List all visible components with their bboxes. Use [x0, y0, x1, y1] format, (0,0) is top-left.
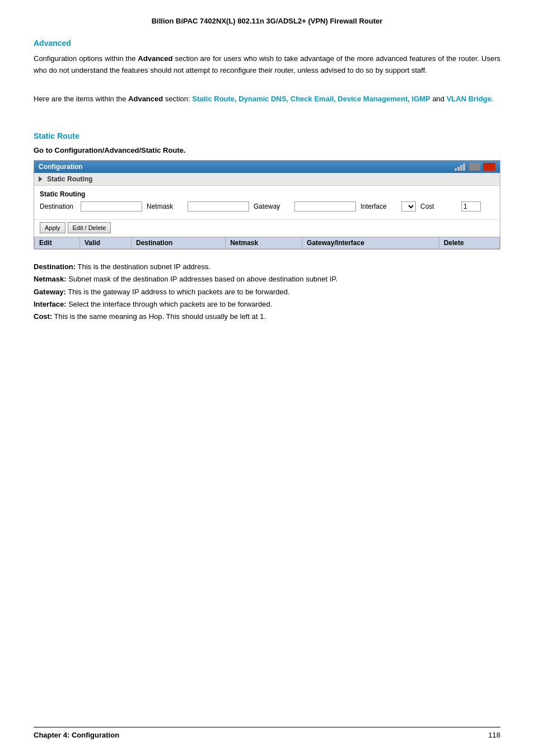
routing-table: Edit Valid Destination Netmask Gateway/I… — [34, 237, 500, 249]
edit-delete-button[interactable]: Edit / Delete — [68, 222, 111, 233]
advanced-title: Advanced — [34, 39, 500, 48]
desc-interface-term: Interface: — [34, 300, 67, 308]
config-header: Configuration — [34, 161, 500, 173]
form-row: Destination Netmask Gateway Interface Co… — [40, 201, 494, 212]
advanced-links-last[interactable]: VLAN Bridge. — [447, 95, 494, 103]
page-header: Billion BiPAC 7402NX(L) 802.11n 3G/ADSL2… — [34, 17, 500, 25]
cost-input[interactable]: 1 — [461, 201, 481, 212]
configuration-box: Configuration Static Routing — [34, 160, 500, 250]
destination-label: Destination — [40, 203, 76, 210]
static-routing-form: Static Routing Destination Netmask Gatew… — [34, 186, 500, 220]
col-netmask: Netmask — [226, 237, 302, 249]
gateway-input[interactable] — [294, 201, 356, 212]
desc-gateway: Gateway: This is the gateway IP address … — [34, 286, 500, 298]
config-header-icons — [455, 163, 495, 171]
header-title: Billion BiPAC 7402NX(L) 802.11n 3G/ADSL2… — [152, 17, 383, 25]
signal-icon — [455, 163, 465, 171]
desc-netmask: Netmask: Subnet mask of the destination … — [34, 273, 500, 285]
advanced-section: Advanced Configuration options within th… — [34, 39, 500, 105]
footer-page: 118 — [488, 731, 500, 739]
static-route-title: Static Route — [34, 132, 500, 140]
computer-icon — [469, 163, 480, 171]
config-header-label: Configuration — [39, 163, 83, 171]
descriptions-section: Destination: This is the destination sub… — [34, 261, 500, 322]
static-routing-label: Static Routing — [47, 175, 92, 183]
desc-cost: Cost: This is the same meaning as Hop. T… — [34, 311, 500, 323]
footer-chapter: Chapter 4: Configuration — [34, 731, 119, 739]
desc-netmask-term: Netmask: — [34, 275, 67, 283]
col-valid: Valid — [80, 237, 132, 249]
col-gateway-interface: Gateway/Interface — [302, 237, 439, 249]
desc-destination-term: Destination: — [34, 262, 76, 271]
table-header-row: Edit Valid Destination Netmask Gateway/I… — [35, 237, 500, 249]
cost-label: Cost — [420, 203, 457, 210]
desc-gateway-term: Gateway: — [34, 288, 66, 296]
toggle-arrow — [39, 176, 43, 182]
page-footer: Chapter 4: Configuration 118 — [34, 727, 500, 739]
button-row: Apply Edit / Delete — [34, 220, 500, 237]
static-route-section: Static Route Go to Configuration/Advance… — [34, 132, 500, 322]
desc-cost-term: Cost: — [34, 312, 52, 321]
destination-input[interactable] — [81, 201, 142, 212]
advanced-links[interactable]: Static Route, Dynamic DNS, Check Email, … — [192, 95, 430, 103]
netmask-input[interactable] — [188, 201, 249, 212]
netmask-label: Netmask — [147, 203, 183, 210]
red-icon — [483, 163, 495, 171]
col-destination: Destination — [131, 237, 225, 249]
apply-button[interactable]: Apply — [40, 222, 65, 233]
col-edit: Edit — [35, 237, 80, 249]
advanced-paragraph1: Configuration options within the Advance… — [34, 53, 500, 77]
desc-interface: Interface: Select the interface through … — [34, 298, 500, 311]
interface-select[interactable] — [401, 201, 416, 212]
advanced-paragraph2: Here are the items within the Advanced s… — [34, 93, 500, 105]
interface-label: Interface — [360, 203, 397, 210]
static-routes-table: Edit Valid Destination Netmask Gateway/I… — [34, 237, 500, 249]
form-section-title: Static Routing — [40, 190, 494, 198]
col-delete: Delete — [439, 237, 499, 249]
desc-destination: Destination: This is the destination sub… — [34, 261, 500, 273]
gateway-label: Gateway — [254, 203, 290, 210]
static-routing-toggle[interactable]: Static Routing — [34, 173, 500, 186]
go-to-text: Go to Configuration/Advanced/Static Rout… — [34, 146, 500, 154]
